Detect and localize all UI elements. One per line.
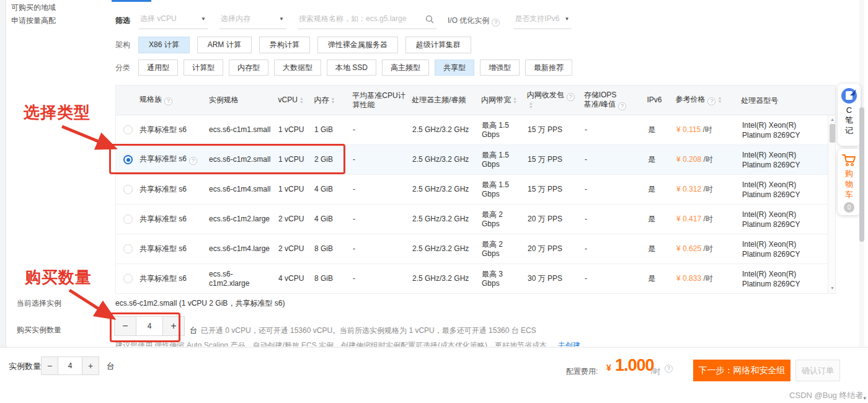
arch-tab-arm[interactable]: ARM 计算 [197, 37, 252, 53]
table-row[interactable]: 共享标准型 s6 ecs.s6-c1m1.small 1 vCPU 1 GiB … [116, 115, 828, 145]
note-label: 笔记 [844, 115, 854, 136]
baseline-value: - [353, 125, 412, 135]
minus-button[interactable]: − [42, 357, 58, 374]
arch-tab-hetero[interactable]: 异构计算 [259, 37, 310, 53]
arch-tab-x86[interactable]: X86 计算 [138, 37, 190, 53]
header-memory[interactable]: 内存▲▼ [314, 95, 352, 105]
table-scrollbar-thumb[interactable] [830, 124, 835, 143]
price-unit: /时 [703, 185, 712, 193]
scroll-down-icon[interactable]: ▼ [828, 286, 836, 290]
radio-button-checked[interactable] [123, 155, 133, 164]
header-vcpu[interactable]: vCPU▲▼ [278, 95, 314, 105]
help-icon[interactable]: ? [189, 157, 197, 165]
cat-tab-enhanced[interactable]: 增强型 [480, 60, 520, 76]
radio-button[interactable] [123, 244, 133, 254]
model-value: Intel(R) Xeon(R) Platinum 8269CY [742, 239, 828, 259]
arch-tab-scc[interactable]: 超级计算集群 [405, 37, 471, 53]
baseline-value: - [353, 244, 412, 254]
quantity-value[interactable]: 4 [136, 317, 163, 335]
help-icon[interactable]: ? [707, 97, 715, 105]
memory-value: 1 GiB [314, 125, 353, 135]
vcpu-value: 1 vCPU [278, 155, 314, 164]
header-vcpu-text: vCPU [278, 95, 298, 104]
cat-tab-localssd[interactable]: 本地 SSD [327, 60, 376, 76]
bandwidth-value: 最高 2 Gbps [482, 240, 528, 259]
spec-label: ecs.s6-c1m2.xlarge [209, 270, 278, 288]
page-scrollbar-thumb[interactable] [859, 107, 864, 242]
pps-value: 15 万 PPS [528, 155, 585, 164]
memory-value: 8 GiB [314, 244, 353, 254]
help-icon[interactable]: ? [618, 102, 626, 110]
radio-button[interactable] [123, 274, 133, 283]
pps-value: 15 万 PPS [528, 125, 585, 135]
family-label: 共享标准型 s6 [140, 154, 187, 163]
shopping-cart-widget[interactable]: 购物车 0 [838, 149, 861, 215]
ipv6-value: 是 [648, 125, 676, 135]
sort-icon[interactable]: ▲▼ [529, 102, 533, 109]
price-currency: ¥ [676, 185, 681, 193]
minus-button[interactable]: − [115, 317, 136, 335]
table-row[interactable]: 共享标准型 s6 ecs.s6-c1m4.large 2 vCPU 8 GiB … [116, 234, 828, 264]
create-link[interactable]: 去创建 [558, 341, 580, 347]
help-icon[interactable]: ? [164, 97, 172, 105]
cat-tab-compute[interactable]: 计算型 [184, 60, 223, 76]
header-price[interactable]: 参考价格?▲▼ [675, 95, 741, 105]
quantity-stepper[interactable]: − 4 + [114, 316, 185, 336]
ipv6-select[interactable]: 是否支持IPv6 ▼ [513, 12, 572, 29]
arch-tab-baremetal[interactable]: 弹性裸金属服务器 [317, 37, 398, 53]
vcpu-select-placeholder: 选择 vCPU [140, 14, 177, 24]
price-value: 0.312 [683, 185, 701, 193]
vcpu-select[interactable]: 选择 vCPU ▼ [139, 12, 208, 29]
cat-tab-shared[interactable]: 共享型 [435, 60, 474, 76]
cat-tab-bigdata[interactable]: 大数据型 [274, 60, 321, 76]
radio-button[interactable] [123, 185, 133, 194]
plus-button[interactable]: + [163, 317, 184, 335]
memory-value: 2 GiB [314, 155, 353, 164]
ipv6-value: 是 [648, 155, 676, 164]
search-input[interactable]: 搜索规格名称，如：ecs.g5.large [298, 12, 436, 29]
sort-icon[interactable]: ▲▼ [513, 97, 517, 104]
current-instance-label: 当前选择实例 [17, 298, 61, 309]
table-row[interactable]: 共享标准型 s6 ecs.s6-c1m4.small 1 vCPU 4 GiB … [116, 175, 828, 205]
header-bandwidth[interactable]: 内网带宽▲▼ [481, 95, 527, 105]
filter-bar: 筛选 选择 vCPU ▼ 选择内存 ▼ 搜索规格名称，如：ecs.g5.larg… [115, 12, 583, 29]
csdn-note-widget[interactable]: C 笔记 [838, 84, 861, 146]
memory-select[interactable]: 选择内存 ▼ [219, 12, 286, 29]
help-icon[interactable]: ? [567, 93, 575, 101]
sort-icon[interactable]: ▲▼ [299, 97, 304, 104]
quantity-value[interactable]: 4 [58, 357, 82, 374]
help-icon[interactable]: ? [492, 19, 500, 27]
radio-button[interactable] [123, 125, 133, 135]
radio-button[interactable] [123, 215, 133, 224]
price-value: 0.417 [683, 215, 701, 223]
bandwidth-value: 最高 2 Gbps [482, 210, 528, 229]
footer-quantity-stepper[interactable]: − 4 + [41, 356, 99, 375]
table-row[interactable]: 共享标准型 s6 ecs.s6-c1m2.xlarge 4 vCPU 8 GiB… [116, 264, 828, 294]
filter-label: 筛选 [115, 12, 130, 26]
cat-tab-newest[interactable]: 最新推荐 [525, 60, 572, 76]
fee-value: 1.000 [615, 356, 654, 375]
confirm-order-button[interactable]: 确认订单 [795, 360, 840, 381]
plus-button[interactable]: + [82, 357, 99, 374]
help-icon[interactable]: ? [665, 365, 673, 373]
table-row-selected[interactable]: 共享标准型 s6? ecs.s6-c1m2.small 1 vCPU 2 GiB… [116, 145, 828, 175]
memory-value: 4 GiB [314, 185, 353, 194]
table-scrollbar[interactable]: ▲ ▼ [828, 115, 835, 293]
header-pps[interactable]: 内网收发包?▲▼ [527, 91, 584, 110]
cat-tab-memory[interactable]: 内存型 [229, 60, 268, 76]
instance-spec-table: 规格族? 实例规格 vCPU▲▼ 内存▲▼ 平均基准CPU计算性能 处理器主频/… [115, 85, 836, 294]
cat-tab-highfreq[interactable]: 高主频型 [382, 60, 429, 76]
model-value: Intel(R) Xeon(R) Platinum 8269CY [742, 180, 828, 200]
next-step-button[interactable]: 下一步：网络和安全组 [693, 360, 790, 381]
cat-tab-general[interactable]: 通用型 [138, 60, 178, 76]
price-value: 0.833 [683, 274, 701, 283]
scroll-up-icon[interactable]: ▲ [828, 117, 836, 122]
iops-value: - [585, 215, 648, 224]
table-row[interactable]: 共享标准型 s6 ecs.s6-c1m2.large 2 vCPU 4 GiB … [116, 205, 828, 234]
sort-icon[interactable]: ▲▼ [330, 97, 335, 104]
sort-icon[interactable]: ▲▼ [717, 96, 722, 104]
baseline-value: - [353, 215, 412, 224]
header-iops-line2-wrap: 基准/峰值? [584, 100, 642, 110]
memory-value: 4 GiB [314, 215, 353, 224]
family-label: 共享标准型 s6 [140, 244, 187, 253]
